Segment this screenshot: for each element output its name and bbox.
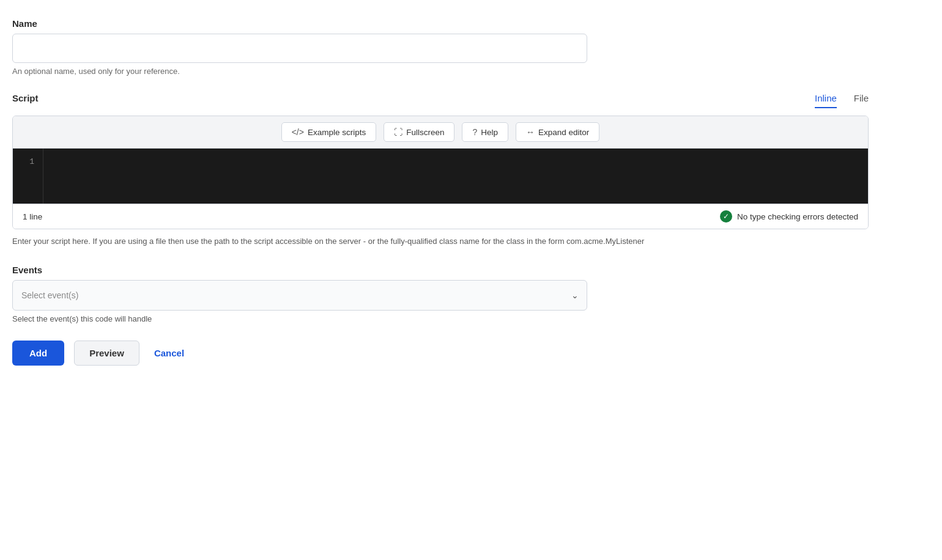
script-tabs: Inline File [815,93,869,108]
events-select-wrapper: Select event(s) ⌄ [12,280,587,311]
fullscreen-label: Fullscreen [406,128,444,137]
tab-inline[interactable]: Inline [815,93,837,108]
events-label: Events [12,265,869,275]
name-hint: An optional name, used only for your ref… [12,67,869,76]
expand-editor-button[interactable]: ↔ Expand editor [516,122,599,142]
cancel-button[interactable]: Cancel [149,341,189,365]
line-numbers: 1 [13,149,43,204]
example-scripts-label: Example scripts [308,128,366,137]
editor-container: </> Example scripts ⛶ Fullscreen ? Help … [12,116,869,229]
editor-status-bar: 1 line ✓ No type checking errors detecte… [13,204,868,229]
name-label: Name [12,18,869,29]
line-count-status: 1 line [23,212,42,221]
example-scripts-button[interactable]: </> Example scripts [281,122,377,142]
actions-row: Add Preview Cancel [12,341,869,366]
expand-icon: ↔ [526,127,535,137]
events-select[interactable]: Select event(s) [12,280,587,311]
code-editor: 1 [13,149,868,204]
line-number-1: 1 [21,156,34,169]
help-label: Help [481,128,498,137]
form-container: Name An optional name, used only for you… [12,18,869,366]
preview-button[interactable]: Preview [74,341,139,366]
fullscreen-icon: ⛶ [394,127,402,137]
script-hint: Enter your script here. If you are using… [12,235,844,248]
editor-toolbar: </> Example scripts ⛶ Fullscreen ? Help … [13,116,868,149]
code-icon: </> [292,127,304,137]
script-field-group: Script Inline File </> Example scripts ⛶… [12,93,869,248]
script-label: Script [12,93,39,103]
name-field-group: Name An optional name, used only for you… [12,18,869,76]
expand-editor-label: Expand editor [538,128,589,137]
events-hint: Select the event(s) this code will handl… [12,314,869,323]
events-field-group: Events Select event(s) ⌄ Select the even… [12,265,869,323]
tab-file[interactable]: File [854,93,869,108]
help-button[interactable]: ? Help [462,122,508,142]
script-header: Script Inline File [12,93,869,108]
add-button[interactable]: Add [12,341,64,366]
check-message: No type checking errors detected [737,212,858,221]
help-icon: ? [472,127,477,137]
fullscreen-button[interactable]: ⛶ Fullscreen [384,122,454,142]
check-icon: ✓ [720,210,732,223]
code-textarea[interactable] [43,149,868,204]
type-check-status: ✓ No type checking errors detected [720,210,858,223]
name-input[interactable] [12,34,587,63]
